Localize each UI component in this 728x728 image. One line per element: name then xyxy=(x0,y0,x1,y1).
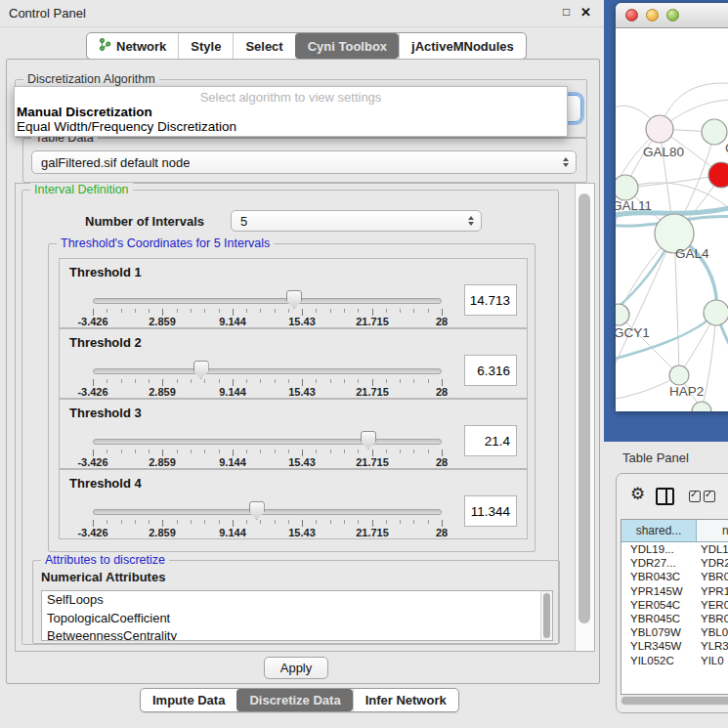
threshold-4-slider[interactable] xyxy=(93,509,442,515)
algorithm-option-equal-width[interactable]: Equal Width/Frequency Discretization xyxy=(15,119,567,134)
threshold-2-slider[interactable] xyxy=(93,368,442,374)
interval-definition-group: Interval Definition Number of Intervals … xyxy=(21,190,559,645)
cyni-bottom-tabs: Impute Data Discretize Data Infer Networ… xyxy=(140,688,459,712)
threshold-4-slider-thumb[interactable] xyxy=(249,501,265,520)
window-close-icon[interactable] xyxy=(625,9,638,21)
axis-label: 9.144 xyxy=(219,316,246,327)
algorithm-option-manual[interactable]: Manual Discretization xyxy=(15,105,567,119)
tab-infer-network[interactable]: Infer Network xyxy=(353,689,458,711)
combo-stepper-icon xyxy=(563,157,569,167)
table-row[interactable]: YIL052CYIL0 xyxy=(621,654,728,667)
window-zoom-icon[interactable] xyxy=(666,9,679,21)
axis-label: 15.43 xyxy=(288,456,316,468)
checkbox-icon[interactable] xyxy=(689,491,701,502)
window-minimize-icon[interactable] xyxy=(646,9,659,21)
discretization-algorithm-group-title: Discretization Algorithm xyxy=(23,72,159,86)
tab-select[interactable]: Select xyxy=(233,33,294,59)
table-data-combobox[interactable]: galFiltered.sif default node xyxy=(31,150,577,174)
axis-label: 9.144 xyxy=(219,386,246,398)
node-gal80[interactable] xyxy=(646,115,673,143)
apply-button[interactable]: Apply xyxy=(264,657,328,679)
axis-label: 28 xyxy=(436,386,448,398)
threshold-1-value-field[interactable]: 14.713 xyxy=(464,284,517,316)
threshold-2-value-field[interactable]: 6.316 xyxy=(464,355,517,386)
column-header-name[interactable]: na xyxy=(697,520,728,541)
axis-label: 9.144 xyxy=(219,456,246,468)
algorithm-hint: Select algorithm to view settings xyxy=(15,90,567,105)
tab-jactivemnodules[interactable]: jActiveMNodules xyxy=(399,33,526,59)
gear-icon[interactable]: ⚙ xyxy=(630,486,645,502)
node-gal11[interactable] xyxy=(616,175,638,200)
list-item[interactable]: SelfLoops xyxy=(42,591,552,610)
axis-label: 21.715 xyxy=(356,527,389,538)
number-of-intervals-value: 5 xyxy=(232,214,247,229)
table-row[interactable]: YER054CYER0 xyxy=(621,598,728,612)
threshold-3-slider[interactable] xyxy=(93,439,442,445)
number-of-intervals-combobox[interactable]: 5 xyxy=(231,210,482,232)
node-h[interactable] xyxy=(704,300,728,325)
list-item[interactable]: TopologicalCoefficient xyxy=(42,610,552,628)
tab-style[interactable]: Style xyxy=(178,33,233,59)
table-row[interactable]: YDR27...YDR2 xyxy=(621,556,728,570)
threshold-1-slider-thumb[interactable] xyxy=(286,290,302,309)
node-red[interactable] xyxy=(708,162,728,188)
threshold-4-label: Threshold 4 xyxy=(69,476,142,491)
table-row[interactable]: YLR345WYLR3 xyxy=(621,639,728,653)
threshold-2-slider-thumb[interactable] xyxy=(193,361,209,379)
node-bottom[interactable] xyxy=(692,402,711,411)
table-row[interactable]: YBL079WYBL0 xyxy=(621,625,728,639)
node-label: GCY1 xyxy=(616,325,650,340)
table-row[interactable]: YBR043CYBR0 xyxy=(621,570,728,583)
thresholds-group-title: Threshold's Coordinates for 5 Intervals xyxy=(57,236,274,250)
threshold-1-label: Threshold 1 xyxy=(69,265,142,279)
list-vertical-scrollbar[interactable] xyxy=(540,591,552,640)
horizontal-scrollbar[interactable] xyxy=(621,696,728,706)
table-panel-title: Table Panel xyxy=(622,450,689,465)
close-icon[interactable]: ✕ xyxy=(580,5,591,20)
node-label: HAP2 xyxy=(669,384,704,399)
control-panel-titlebar: Control Panel □ ✕ xyxy=(0,0,604,27)
numerical-attributes-list[interactable]: SelfLoops TopologicalCoefficient Between… xyxy=(41,590,553,641)
float-window-icon[interactable]: □ xyxy=(563,5,570,19)
list-item[interactable]: BetweennessCentrality xyxy=(42,627,552,641)
axis-label: 21.715 xyxy=(356,386,389,398)
axis-label: 2.859 xyxy=(149,386,176,398)
node-hap2[interactable] xyxy=(669,365,689,385)
vertical-scrollbar[interactable] xyxy=(575,184,594,651)
network-canvas[interactable]: GAL80 GA GAL11 C GAL4 GCY1 H HAP2 xyxy=(616,28,728,411)
node-gcy1[interactable] xyxy=(616,304,629,325)
number-of-intervals-label: Number of Intervals xyxy=(85,214,204,229)
column-header-shared-name[interactable]: shared... xyxy=(621,520,697,541)
panel-title: Control Panel xyxy=(9,6,86,21)
vertical-scrollbar-thumb[interactable] xyxy=(578,193,590,623)
list-scrollbar-thumb[interactable] xyxy=(543,593,550,638)
threshold-4-panel: Threshold 4 -3.426 2.859 9.144 15.43 21.… xyxy=(59,469,528,539)
table-panel: ⚙ shared... na YDL19...YDL1 YDR27...YDR2… xyxy=(616,473,728,713)
numerical-attributes-label: Numerical Attributes xyxy=(41,570,165,584)
threshold-1-slider[interactable] xyxy=(93,298,442,304)
threshold-3-value-field[interactable]: 21.4 xyxy=(464,425,517,456)
tab-cyni-toolbox[interactable]: Cyni Toolbox xyxy=(295,33,399,59)
horizontal-scrollbar-thumb[interactable] xyxy=(621,697,728,705)
checkbox-icon[interactable] xyxy=(704,491,715,502)
control-panel-tabs: Network Style Select Cyni Toolbox jActiv… xyxy=(86,32,527,60)
axis-label: -3.426 xyxy=(77,456,107,468)
tab-network[interactable]: Network xyxy=(87,33,178,59)
threshold-3-slider-thumb[interactable] xyxy=(361,431,376,450)
threshold-2-tick-marks xyxy=(93,379,443,386)
threshold-4-value-field[interactable]: 11.344 xyxy=(464,495,517,527)
threshold-2-label: Threshold 2 xyxy=(69,335,142,350)
threshold-3-tick-marks xyxy=(93,450,443,456)
table-row[interactable]: YBR045CYBR0 xyxy=(621,612,728,625)
network-window-titlebar[interactable] xyxy=(616,3,728,28)
table-row[interactable]: YDL19...YDL1 xyxy=(621,542,728,556)
node-top-right[interactable] xyxy=(702,119,727,145)
algorithm-dropdown-popup: Select algorithm to view settings Manual… xyxy=(14,86,568,137)
column-layout-icon[interactable] xyxy=(656,488,674,505)
tab-discretize-data[interactable]: Discretize Data xyxy=(236,689,352,711)
tab-impute-data[interactable]: Impute Data xyxy=(141,689,236,711)
threshold-1-panel: Threshold 1 -3.426 2.859 9.144 15.43 21.… xyxy=(59,258,528,328)
axis-label: -3.426 xyxy=(77,527,107,538)
axis-label: -3.426 xyxy=(77,316,107,327)
table-row[interactable]: YPR145WYPR1 xyxy=(621,584,728,598)
